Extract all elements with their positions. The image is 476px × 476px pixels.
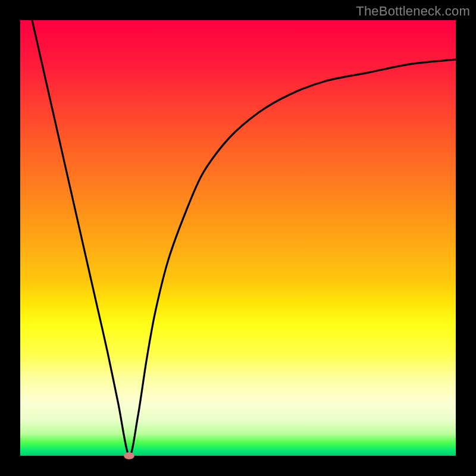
plot-area	[20, 20, 456, 456]
watermark-label: TheBottleneck.com	[356, 4, 470, 19]
minimum-marker	[124, 452, 134, 459]
chart-frame: TheBottleneck.com	[0, 0, 476, 476]
bottleneck-curve-svg	[20, 20, 456, 456]
bottleneck-curve	[20, 20, 456, 456]
